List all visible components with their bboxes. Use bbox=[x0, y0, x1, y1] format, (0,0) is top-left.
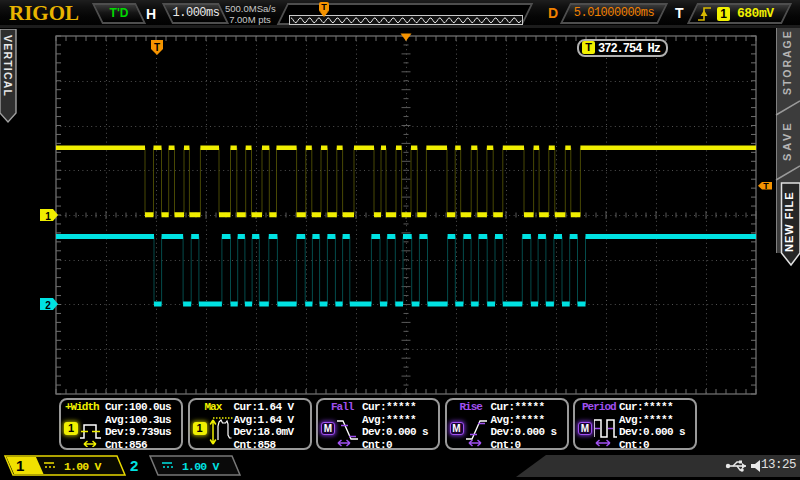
svg-text:1: 1 bbox=[45, 211, 51, 222]
svg-text:1.00 V: 1.00 V bbox=[182, 460, 220, 473]
svg-text:1: 1 bbox=[16, 457, 24, 474]
svg-text:2: 2 bbox=[130, 457, 138, 474]
svg-text:T: T bbox=[154, 42, 160, 53]
svg-text:2: 2 bbox=[45, 300, 51, 311]
svg-text:T: T bbox=[763, 181, 769, 191]
svg-text:1.00 V: 1.00 V bbox=[64, 460, 102, 473]
svg-text:T: T bbox=[321, 2, 327, 12]
